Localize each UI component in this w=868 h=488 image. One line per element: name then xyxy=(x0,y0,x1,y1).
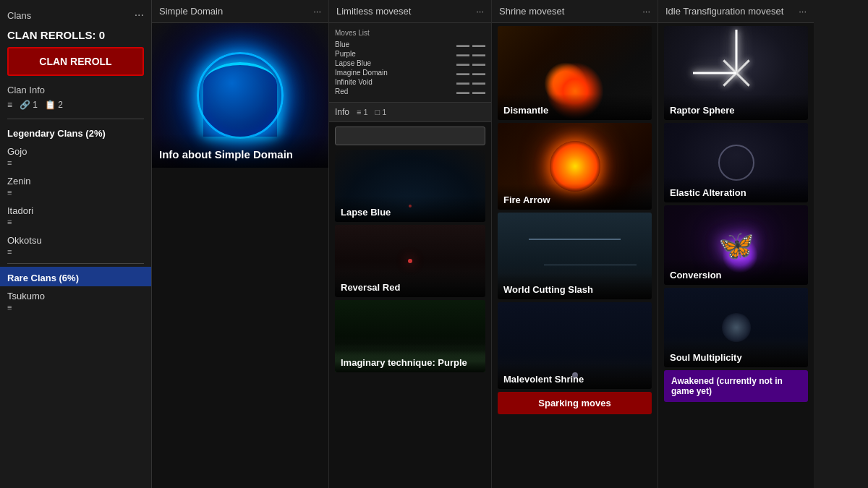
move-row-red: Red ▬▬ ▬▬ xyxy=(335,87,485,96)
gojo-icon: ≡ xyxy=(0,158,151,171)
simple-domain-orb xyxy=(197,52,284,139)
fire-arrow-img: Fire Arrow xyxy=(498,123,652,210)
attach-badge: ≡ 1 xyxy=(357,108,368,116)
divider-1 xyxy=(7,119,144,119)
red-dot xyxy=(408,259,412,263)
world-cutting-card[interactable]: World Cutting Slash xyxy=(498,213,652,299)
limitless-title: Limitless moveset xyxy=(336,6,411,17)
soul-mult-label: Soul Multiplicity xyxy=(664,341,808,367)
move-row-imagine: Imagine Domain ▬▬ ▬▬ xyxy=(335,68,485,77)
limitless-header: Limitless moveset ··· xyxy=(329,0,491,23)
sidebar-item-gojo[interactable]: Gojo xyxy=(0,142,151,158)
legendary-section-label: Legendary Clans (2%) xyxy=(0,122,151,142)
move-row-purple: Purple ▬▬ ▬▬ xyxy=(335,49,485,59)
dismantle-label: Dismantle xyxy=(498,94,652,120)
lapse-blue-card[interactable]: Lapse Blue xyxy=(335,150,485,222)
fire-arrow-card[interactable]: Fire Arrow xyxy=(498,123,652,210)
simple-domain-menu-icon[interactable]: ··· xyxy=(313,6,321,17)
sidebar-item-zenin[interactable]: Zenin xyxy=(0,171,151,188)
lapse-blue-img: Lapse Blue xyxy=(335,150,485,222)
list-icon: ≡ xyxy=(7,100,12,110)
clan-reroll-button[interactable]: CLAN REROLL xyxy=(7,47,144,76)
sidebar-header: Clans ··· xyxy=(0,6,151,27)
idle-menu-icon[interactable]: ··· xyxy=(799,6,807,17)
search-input[interactable] xyxy=(341,131,479,141)
soul-orb xyxy=(722,313,751,342)
elastic-img: Elastic Alteration xyxy=(664,123,808,202)
dismantle-img: Dismantle xyxy=(498,26,652,120)
limitless-column: Limitless moveset ··· Moves List Blue ▬▬… xyxy=(329,0,492,488)
simple-domain-column: Simple Domain ··· Info about Simple Doma… xyxy=(152,0,329,488)
elastic-label: Elastic Alteration xyxy=(664,176,808,202)
tsukumo-icon: ≡ xyxy=(0,303,151,316)
simple-domain-header: Simple Domain ··· xyxy=(152,0,328,23)
simple-domain-card[interactable]: Info about Simple Domain xyxy=(152,23,328,168)
imaginary-img: Imaginary technique: Purple xyxy=(335,300,485,372)
conversion-label: Conversion xyxy=(664,259,808,285)
simple-domain-card-label: Info about Simple Domain xyxy=(152,134,328,168)
imaginary-card[interactable]: Imaginary technique: Purple xyxy=(335,300,485,372)
sidebar-menu-icon[interactable]: ··· xyxy=(135,9,144,22)
slash-line xyxy=(529,239,621,240)
reversal-red-card[interactable]: Reversal Red xyxy=(335,225,485,297)
simple-domain-title: Simple Domain xyxy=(159,6,223,17)
move-row-infinite: Infinite Void ▬▬ ▬▬ xyxy=(335,77,485,87)
soul-mult-img: Soul Multiplicity xyxy=(664,288,808,367)
divider-2 xyxy=(7,263,144,264)
raptor-sphere-img: Raptor Sphere xyxy=(664,26,808,120)
butterfly-icon: 🦋 xyxy=(718,228,754,262)
fire-arrow-label: Fire Arrow xyxy=(498,184,652,210)
itadori-icon: ≡ xyxy=(0,218,151,231)
shrine-column: Shrine moveset ··· Dismantle xyxy=(492,0,658,488)
conversion-img: 🦋 Conversion xyxy=(664,205,808,285)
world-cutting-label: World Cutting Slash xyxy=(498,273,652,299)
clan-icons: ≡ 🔗 1 📋 2 xyxy=(0,98,151,116)
sidebar-item-okkotsu[interactable]: Okkotsu xyxy=(0,231,151,247)
shrine-body: Dismantle Fire Arrow xyxy=(492,23,658,488)
sidebar-title: Clans xyxy=(7,10,31,21)
raptor-sphere-card[interactable]: Raptor Sphere xyxy=(664,26,808,120)
reversal-red-label: Reversal Red xyxy=(335,271,485,297)
limitless-menu-icon[interactable]: ··· xyxy=(476,6,484,17)
info-section: Info ≡ 1 □ 1 xyxy=(329,102,491,122)
malevolent-label: Malevolent Shrine xyxy=(498,363,652,389)
sidebar: Clans ··· CLAN REROLLS: 0 CLAN REROLL Cl… xyxy=(0,0,152,488)
raptor-star xyxy=(707,44,765,102)
okkotsu-icon: ≡ xyxy=(0,247,151,260)
moves-list-title: Moves List xyxy=(335,29,485,37)
rerolls-label: CLAN REROLLS: 0 xyxy=(0,27,151,44)
moves-list-section: Moves List Blue ▬▬ ▬▬ Purple ▬▬ ▬▬ xyxy=(329,23,491,102)
move-row-lapse: Lapse Blue ▬▬ ▬▬ xyxy=(335,59,485,68)
rare-section-label: Rare Clans (6%) xyxy=(0,267,151,286)
elastic-card[interactable]: Elastic Alteration xyxy=(664,123,808,202)
img-badge: □ 1 xyxy=(375,108,387,116)
malevolent-img: Malevolent Shrine xyxy=(498,302,652,389)
elastic-circle xyxy=(718,145,754,181)
idle-column: Idle Transfiguration moveset ··· Raptor … xyxy=(658,0,814,488)
idle-title: Idle Transfiguration moveset xyxy=(665,6,783,17)
raptor-sphere-label: Raptor Sphere xyxy=(664,94,808,120)
search-bar[interactable] xyxy=(335,127,485,145)
img-count: 📋 2 xyxy=(45,100,63,110)
world-cutting-img: World Cutting Slash xyxy=(498,213,652,299)
simple-domain-body: Info about Simple Domain xyxy=(152,23,328,488)
clan-info-label: Clan Info xyxy=(0,79,151,98)
shrine-header: Shrine moveset ··· xyxy=(492,0,658,23)
dismantle-card[interactable]: Dismantle xyxy=(498,26,652,120)
sparking-moves-button[interactable]: Sparking moves xyxy=(498,392,652,414)
malevolent-card[interactable]: Malevolent Shrine xyxy=(498,302,652,389)
info-label: Info xyxy=(335,107,349,117)
awakened-button[interactable]: Awakened (currently not in game yet) xyxy=(664,370,808,402)
imaginary-label: Imaginary technique: Purple xyxy=(335,346,485,372)
move-row-blue: Blue ▬▬ ▬▬ xyxy=(335,40,485,49)
conversion-card[interactable]: 🦋 Conversion xyxy=(664,205,808,285)
soul-mult-card[interactable]: Soul Multiplicity xyxy=(664,288,808,367)
reversal-red-img: Reversal Red xyxy=(335,225,485,297)
main-content: Simple Domain ··· Info about Simple Doma… xyxy=(152,0,868,488)
sidebar-item-tsukumo[interactable]: Tsukumo xyxy=(0,286,151,303)
sidebar-item-itadori[interactable]: Itadori xyxy=(0,201,151,218)
shrine-menu-icon[interactable]: ··· xyxy=(642,6,650,17)
limitless-body: Moves List Blue ▬▬ ▬▬ Purple ▬▬ ▬▬ xyxy=(329,23,491,488)
attach-count: 🔗 1 xyxy=(20,100,38,110)
simple-domain-glow xyxy=(203,62,278,137)
